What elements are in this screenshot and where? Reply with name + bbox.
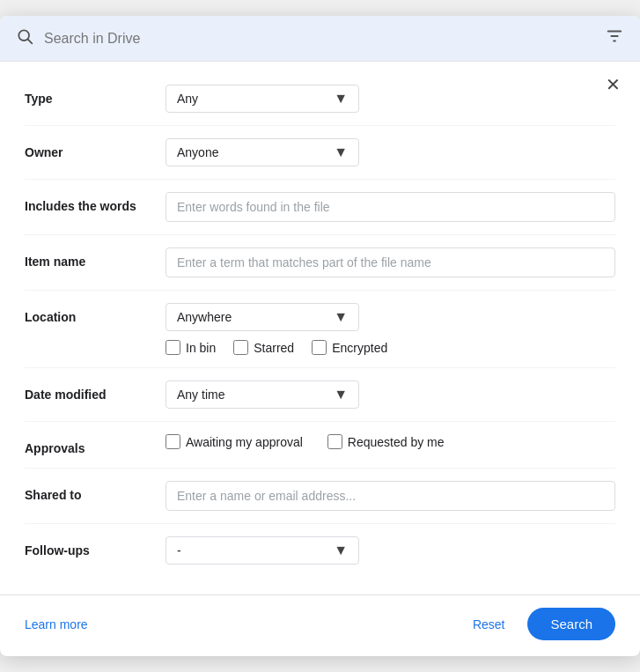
date-modified-chevron-icon: ▼ xyxy=(334,387,348,402)
approvals-label: Approvals xyxy=(25,434,166,455)
item-name-input[interactable] xyxy=(166,247,615,277)
dialog-footer: Learn more Reset Search xyxy=(0,594,640,656)
location-row: Location Anywhere ▼ In bin Starred xyxy=(25,291,615,368)
shared-to-label: Shared to xyxy=(25,481,166,502)
requested-by-me-input[interactable] xyxy=(327,434,342,449)
starred-label: Starred xyxy=(254,341,294,355)
date-modified-select-value: Any time xyxy=(177,388,323,402)
awaiting-approval-label: Awaiting my approval xyxy=(186,435,303,449)
follow-ups-label: Follow-ups xyxy=(25,536,166,558)
includes-words-input[interactable] xyxy=(166,192,615,222)
close-button[interactable]: ✕ xyxy=(602,72,624,97)
reset-button[interactable]: Reset xyxy=(460,610,518,639)
location-control: Anywhere ▼ In bin Starred Encrypted xyxy=(166,303,615,355)
dialog-body: ✕ Type Any ▼ Owner Anyone ▼ Include xyxy=(0,62,640,594)
follow-ups-chevron-icon: ▼ xyxy=(334,543,348,558)
type-row: Type Any ▼ xyxy=(25,72,615,126)
location-select[interactable]: Anywhere ▼ xyxy=(166,303,359,331)
location-label: Location xyxy=(25,303,166,324)
in-bin-input[interactable] xyxy=(166,340,180,355)
encrypted-checkbox[interactable]: Encrypted xyxy=(312,340,387,355)
owner-label: Owner xyxy=(25,138,166,159)
type-select-value: Any xyxy=(177,92,323,106)
svg-line-1 xyxy=(28,40,33,44)
follow-ups-select[interactable]: - ▼ xyxy=(166,536,359,565)
shared-to-control xyxy=(166,481,615,511)
approvals-row: Approvals Awaiting my approval Requested… xyxy=(25,422,615,469)
includes-words-control xyxy=(166,192,615,222)
follow-ups-select-value: - xyxy=(177,543,323,558)
shared-to-input[interactable] xyxy=(166,481,615,511)
type-select[interactable]: Any ▼ xyxy=(166,85,359,113)
awaiting-approval-checkbox[interactable]: Awaiting my approval xyxy=(166,434,303,449)
date-modified-control: Any time ▼ xyxy=(166,380,615,409)
requested-by-me-checkbox[interactable]: Requested by me xyxy=(327,434,445,449)
approvals-control: Awaiting my approval Requested by me xyxy=(166,434,615,449)
includes-words-label: Includes the words xyxy=(25,192,166,213)
location-checkboxes: In bin Starred Encrypted xyxy=(166,340,615,355)
location-select-value: Anywhere xyxy=(177,310,323,324)
owner-select[interactable]: Anyone ▼ xyxy=(166,138,359,166)
search-icon xyxy=(16,27,33,49)
search-bar xyxy=(0,16,640,62)
follow-ups-control: - ▼ xyxy=(166,536,615,565)
starred-checkbox[interactable]: Starred xyxy=(233,340,294,355)
includes-words-row: Includes the words xyxy=(25,180,615,235)
search-dialog: ✕ Type Any ▼ Owner Anyone ▼ Include xyxy=(0,16,640,656)
in-bin-label: In bin xyxy=(186,341,216,355)
type-control: Any ▼ xyxy=(166,85,615,113)
type-chevron-icon: ▼ xyxy=(334,91,348,107)
location-chevron-icon: ▼ xyxy=(334,309,348,325)
approvals-checkboxes: Awaiting my approval Requested by me xyxy=(166,434,615,449)
owner-chevron-icon: ▼ xyxy=(334,144,348,160)
learn-more-link[interactable]: Learn more xyxy=(25,617,88,631)
follow-ups-row: Follow-ups - ▼ xyxy=(25,524,615,577)
item-name-row: Item name xyxy=(25,235,615,291)
awaiting-approval-input[interactable] xyxy=(166,434,180,449)
owner-control: Anyone ▼ xyxy=(166,138,615,166)
filter-icon[interactable] xyxy=(605,26,624,50)
date-modified-label: Date modified xyxy=(25,380,166,402)
starred-input[interactable] xyxy=(233,340,248,355)
owner-select-value: Anyone xyxy=(177,145,323,159)
item-name-label: Item name xyxy=(25,247,166,269)
in-bin-checkbox[interactable]: In bin xyxy=(166,340,216,355)
search-input[interactable] xyxy=(44,31,594,47)
date-modified-row: Date modified Any time ▼ xyxy=(25,368,615,422)
requested-by-me-label: Requested by me xyxy=(348,435,445,449)
footer-actions: Reset Search xyxy=(460,608,615,640)
encrypted-input[interactable] xyxy=(312,340,327,355)
search-button[interactable]: Search xyxy=(527,608,615,640)
shared-to-row: Shared to xyxy=(25,469,615,524)
type-label: Type xyxy=(25,85,166,106)
encrypted-label: Encrypted xyxy=(332,341,387,355)
item-name-control xyxy=(166,247,615,277)
date-modified-select[interactable]: Any time ▼ xyxy=(166,380,359,409)
owner-row: Owner Anyone ▼ xyxy=(25,126,615,180)
